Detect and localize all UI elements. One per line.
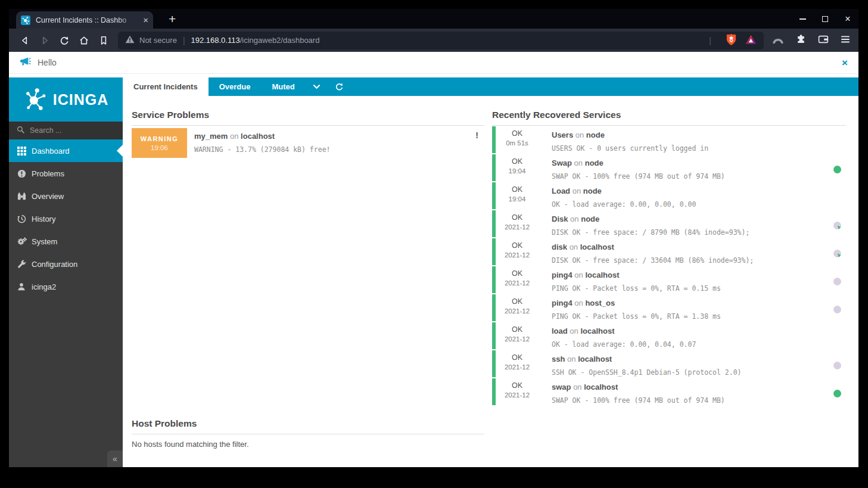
- sidebar-item-dashboard[interactable]: Dashboard: [9, 139, 123, 162]
- plugin-output: PING OK - Packet loss = 0%, RTA = 1.38 m…: [552, 312, 829, 321]
- tab-muted[interactable]: Muted: [261, 77, 305, 96]
- tab-close-icon[interactable]: ×: [143, 15, 148, 24]
- user-icon: [17, 282, 32, 291]
- tab-overdue[interactable]: Overdue: [209, 77, 262, 96]
- sidebar-item-configuration[interactable]: Configuration: [9, 253, 123, 275]
- service-name[interactable]: Disk: [552, 215, 568, 223]
- service-name[interactable]: ping4: [552, 271, 573, 279]
- host-name[interactable]: node: [585, 158, 603, 167]
- extensions-puzzle-icon[interactable]: [796, 34, 806, 46]
- recovered-service-row[interactable]: OK 19:04 Swap on node SWAP OK - 100% fre…: [492, 154, 846, 182]
- recovered-service-row[interactable]: OK 2021-12 disk on localhost DISK OK - f…: [492, 238, 846, 266]
- back-button[interactable]: [16, 32, 34, 49]
- brave-shield-icon[interactable]: [726, 33, 737, 48]
- brave-rewards-bat-icon[interactable]: [745, 35, 757, 46]
- url-host: 192.168.0.113: [191, 36, 240, 45]
- recovered-service-row[interactable]: OK 2021-12 swap on localhost SWAP OK - 1…: [492, 378, 846, 406]
- sidebar-search[interactable]: [9, 122, 123, 139]
- window-close-button[interactable]: ×: [843, 14, 853, 24]
- host-name[interactable]: localhost: [580, 243, 614, 251]
- ok-state-bar: [492, 126, 496, 153]
- host-name[interactable]: localhost: [241, 132, 275, 141]
- time-label: 2021-12: [496, 363, 539, 371]
- search-icon: [17, 125, 24, 136]
- leo-ai-icon[interactable]: [772, 35, 784, 46]
- window-controls: ×: [798, 9, 853, 29]
- service-name[interactable]: load: [552, 327, 568, 335]
- browser-tab[interactable]: Current Incidents :: Dashbo ×: [16, 11, 153, 29]
- perfdata-pie-icon: [833, 362, 841, 369]
- host-name[interactable]: localhost: [585, 271, 619, 279]
- url-separator: |: [183, 36, 185, 45]
- recovered-service-row[interactable]: OK 0m 51s Users on node USERS OK - 0 use…: [492, 126, 846, 154]
- recovered-service-row[interactable]: OK 2021-12 ping4 on host_os PING OK - Pa…: [492, 294, 846, 322]
- bookmark-icon[interactable]: [95, 32, 113, 49]
- icinga-logo[interactable]: ICINGA: [9, 77, 123, 122]
- state-label: OK: [496, 185, 539, 194]
- forward-button[interactable]: [36, 32, 54, 49]
- recovered-services-header[interactable]: Recently Recovered Services: [492, 110, 846, 126]
- menu-hamburger-icon[interactable]: [841, 35, 850, 46]
- not-secure-warning-icon: [125, 35, 135, 45]
- icinga-favicon-icon: [21, 15, 30, 25]
- wallet-icon[interactable]: [818, 35, 829, 46]
- tab-current-incidents[interactable]: Current Incidents: [123, 77, 209, 96]
- host-name[interactable]: localhost: [584, 383, 618, 391]
- host-name[interactable]: localhost: [578, 355, 612, 363]
- time-label: 19:04: [496, 167, 539, 175]
- address-bar[interactable]: Not secure | 192.168.0.113/icingaweb2/da…: [118, 32, 764, 49]
- search-input[interactable]: [30, 126, 107, 135]
- service-name[interactable]: ping4: [552, 299, 573, 307]
- time-label: 2021-12: [496, 279, 539, 287]
- home-button[interactable]: [75, 32, 93, 49]
- host-name[interactable]: node: [583, 187, 602, 195]
- recovered-service-list: OK 0m 51s Users on node USERS OK - 0 use…: [492, 126, 846, 406]
- new-tab-button[interactable]: +: [169, 11, 176, 27]
- service-name[interactable]: Users: [552, 130, 573, 139]
- megaphone-icon: [20, 57, 31, 69]
- sidebar-item-system[interactable]: System: [9, 230, 123, 253]
- host-name[interactable]: localhost: [580, 327, 614, 335]
- plugin-output: OK - load average: 0.00, 0.00, 0.00: [552, 200, 829, 209]
- sidebar-item-user[interactable]: icinga2: [9, 275, 123, 298]
- service-name[interactable]: my_mem: [194, 132, 228, 141]
- ok-state-bar: [492, 350, 496, 377]
- state-label: OK: [496, 241, 539, 250]
- ok-state-bar: [492, 322, 496, 349]
- reload-button[interactable]: [55, 32, 73, 49]
- sidebar: ICINGA Dashboard: [9, 77, 123, 467]
- announcement-close-icon[interactable]: ×: [842, 58, 848, 68]
- recovered-service-row[interactable]: OK 2021-12 ping4 on localhost PING OK - …: [492, 266, 846, 294]
- sidebar-item-overview[interactable]: Overview: [9, 185, 123, 207]
- host-name[interactable]: host_os: [585, 299, 615, 307]
- sidebar-item-label: Configuration: [32, 260, 77, 269]
- sidebar-item-problems[interactable]: Problems: [9, 162, 123, 185]
- recovered-service-row[interactable]: OK 19:04 Load on node OK - load average:…: [492, 182, 846, 210]
- window-maximize-button[interactable]: [820, 14, 830, 24]
- host-problems-header[interactable]: Host Problems: [132, 418, 484, 434]
- recovered-service-row[interactable]: OK 2021-12 load on localhost OK - load a…: [492, 322, 846, 350]
- service-name[interactable]: ssh: [552, 355, 565, 363]
- ok-state-bar: [492, 266, 496, 293]
- service-name[interactable]: disk: [552, 243, 567, 251]
- chevron-down-icon[interactable]: [306, 77, 328, 96]
- service-problem-row[interactable]: WARNING 19:06 my_mem on localhost WARNIN…: [132, 128, 484, 158]
- announcement-bar: Hello ×: [9, 52, 858, 74]
- time-label: 0m 51s: [496, 139, 539, 147]
- sidebar-item-label: Dashboard: [32, 147, 70, 156]
- host-name[interactable]: node: [586, 130, 605, 139]
- host-name[interactable]: node: [581, 215, 599, 223]
- sidebar-item-history[interactable]: History: [9, 207, 123, 230]
- url-right-separator: |: [709, 36, 711, 45]
- window-minimize-button[interactable]: [798, 14, 807, 24]
- service-problems-header[interactable]: Service Problems: [132, 110, 484, 126]
- service-name[interactable]: swap: [552, 383, 571, 391]
- recovered-service-row[interactable]: OK 2021-12 Disk on node DISK OK - free s…: [492, 210, 846, 238]
- security-status-label[interactable]: Not secure: [139, 36, 177, 45]
- recovered-service-row[interactable]: OK 2021-12 ssh on localhost SSH OK - Ope…: [492, 350, 846, 378]
- service-name[interactable]: Load: [552, 187, 570, 195]
- sidebar-collapse-button[interactable]: «: [107, 450, 123, 467]
- refresh-icon[interactable]: [328, 77, 351, 96]
- toolbar-right-icons: [772, 34, 850, 46]
- service-name[interactable]: Swap: [552, 158, 572, 167]
